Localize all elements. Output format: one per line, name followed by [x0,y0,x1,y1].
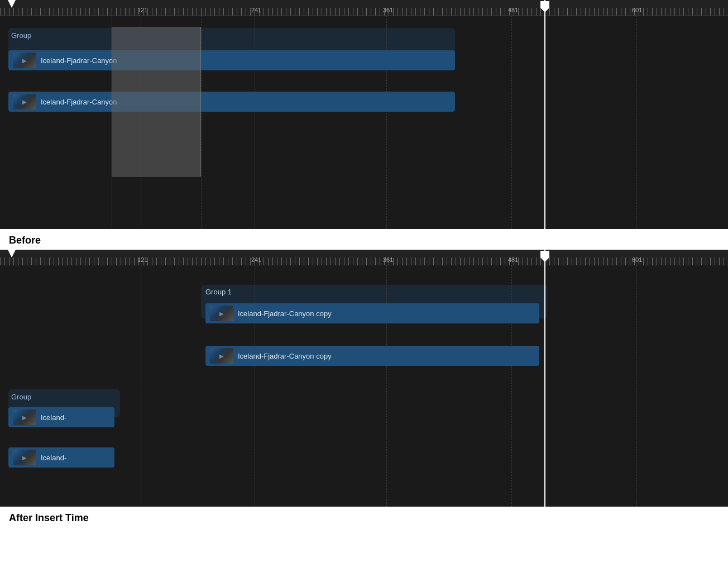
top-playhead-line [544,0,545,229]
svg-marker-1 [540,251,549,262]
top-timeline: 121 241 361 481 601 Group Iceland-Fj [0,0,728,229]
bottom-group1-clip2[interactable]: Iceland-Fjadrar-Canyon copy [205,346,539,366]
bottom-group2-label: Group [11,392,31,402]
ruler-label-601-bottom: 601 [632,256,642,263]
clip-1-label: Iceland-Fjadrar-Canyon [41,56,117,65]
bottom-group1-clip1[interactable]: Iceland-Fjadrar-Canyon copy [205,303,539,323]
ruler-label-241-bottom: 241 [251,256,261,263]
bottom-group1-label: Group 1 [205,287,232,297]
svg-marker-0 [540,1,549,12]
ruler-label-361-bottom: 361 [383,256,393,263]
ruler-label-121-top: 121 [137,7,147,13]
ruler-label-601-top: 601 [632,7,642,13]
top-group-label: Group [11,30,31,40]
clip-2-label: Iceland-Fjadrar-Canyon [41,98,117,106]
ruler-label-241-top: 241 [251,7,261,13]
selection-rectangle [112,27,201,177]
bottom-group1-clip2-label: Iceland-Fjadrar-Canyon copy [238,352,332,360]
clip-1-thumbnail [13,53,36,68]
bottom-group1-clip1-label: Iceland-Fjadrar-Canyon copy [238,309,332,318]
bottom-group2-clip2[interactable]: Iceland- [8,447,114,468]
ruler-label-481-top: 481 [508,7,518,13]
before-label: Before [0,229,728,250]
clip-2-thumbnail [13,94,36,109]
bottom-ruler: 121 241 361 481 601 [0,250,728,265]
bottom-timeline: 121 241 361 481 601 Group 1 Iceland-Fjad… [0,250,728,507]
ruler-label-121-bottom: 121 [137,256,147,263]
bottom-group1-clip2-thumbnail [210,348,233,364]
after-label: After Insert Time [0,507,728,527]
top-clip-1[interactable]: Iceland-Fjadrar-Canyon [8,50,455,70]
bottom-track-area: Group 1 Iceland-Fjadrar-Canyon copy Icel… [0,265,728,507]
top-track-area: Group Iceland-Fjadrar-Canyon Iceland-Fja… [0,16,728,229]
bottom-group2-clip1-thumbnail [13,409,36,425]
bottom-group2-clip2-label: Iceland- [41,454,66,462]
bottom-group1-clip1-thumbnail [210,306,233,321]
bottom-playhead-line [544,250,545,507]
ruler-label-481-bottom: 481 [508,256,518,263]
ruler-label-361-top: 361 [383,7,393,13]
top-clip-2[interactable]: Iceland-Fjadrar-Canyon [8,92,455,112]
top-ruler: 121 241 361 481 601 [0,0,728,16]
bottom-group2-clip1-label: Iceland- [41,413,66,422]
bottom-group2-clip2-thumbnail [13,450,36,465]
bottom-group2-clip1[interactable]: Iceland- [8,407,114,427]
